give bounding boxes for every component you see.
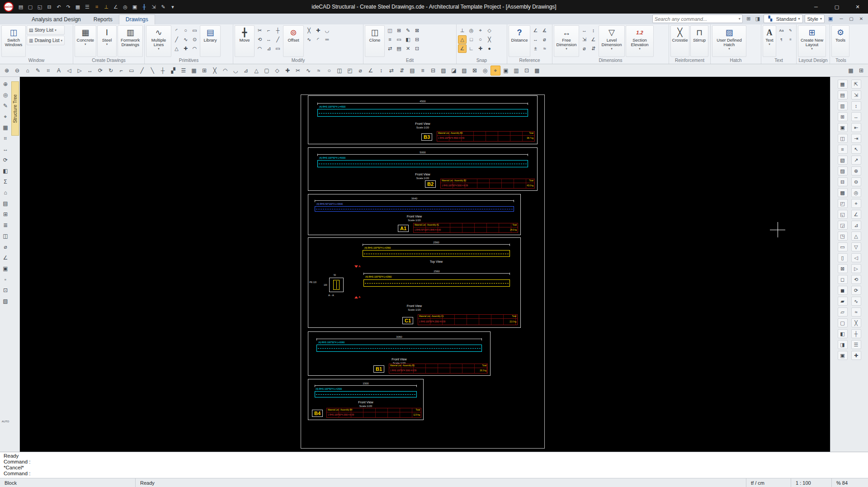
snap-tool-icon[interactable]: ╳: [485, 35, 494, 44]
primitive-tool-icon[interactable]: ✚: [181, 44, 190, 53]
snap-tool-icon[interactable]: ∠: [458, 44, 467, 53]
primitive-tool-icon[interactable]: ∿: [181, 35, 190, 44]
side-tool-icon[interactable]: ⌀: [1, 242, 10, 251]
column-section-box[interactable]: [329, 278, 344, 292]
layout-tool-icon[interactable]: ▱: [838, 307, 848, 317]
status-units[interactable]: tf / cm: [746, 478, 791, 487]
qat-icon[interactable]: ⇲: [149, 2, 158, 11]
edit-tool-icon[interactable]: ⊞: [395, 26, 403, 35]
qat-icon[interactable]: ▾: [168, 2, 177, 11]
toolbar-icon[interactable]: ≡: [418, 66, 428, 76]
edit-tool-icon[interactable]: ▭: [395, 35, 403, 44]
snap-tool-icon[interactable]: ∟: [467, 44, 476, 53]
edit-tool-icon[interactable]: ⊠: [413, 26, 421, 35]
snap-tool-icon[interactable]: ⌖: [476, 26, 485, 35]
toolbar-icon[interactable]: ⊿: [241, 66, 251, 76]
layout-tool-icon[interactable]: ▦: [838, 80, 848, 89]
status-scale[interactable]: 1 : 100: [791, 478, 832, 487]
snap-tool-icon[interactable]: ◇: [485, 26, 494, 35]
toolbar-icon[interactable]: ◰: [345, 66, 355, 76]
layout-tool-icon[interactable]: ◧: [838, 329, 848, 338]
multiple-lines-button[interactable]: ∿ Multiple Lines ▾: [146, 25, 171, 57]
doc-restore-button[interactable]: ▢: [846, 15, 856, 23]
snap-tool-icon[interactable]: ✚: [476, 44, 485, 53]
modify-tool-icon[interactable]: ◜: [314, 35, 322, 44]
qat-icon[interactable]: ↷: [64, 2, 73, 11]
side-tool-icon[interactable]: Σ: [1, 177, 10, 186]
layout-tool-icon[interactable]: ⇲: [851, 90, 861, 99]
edit-tool-icon[interactable]: ⊡: [413, 44, 421, 53]
toolbar-icon[interactable]: ⌀: [355, 66, 365, 76]
command-line-panel[interactable]: ReadyCommand :*Cancel*Command :: [0, 452, 868, 478]
qat-icon[interactable]: ▤: [16, 2, 25, 11]
side-tool-icon[interactable]: ◎: [1, 90, 10, 99]
stirrup-button[interactable]: ⊓ Stirrup: [690, 25, 708, 57]
qat-icon[interactable]: ▦: [73, 2, 82, 11]
toolbar-icon[interactable]: ▞: [168, 66, 178, 76]
toolbar-icon[interactable]: ⌂: [23, 66, 33, 76]
reference-tool-icon[interactable]: ±: [531, 44, 540, 53]
drawing-sheet-c1[interactable]: 2560 (4) RHS 100*50*4 L=2560 Top View A …: [308, 237, 521, 328]
text-button[interactable]: A Text ▾: [763, 25, 776, 57]
text-tool-icon[interactable]: ✎: [786, 26, 795, 35]
toolbar-icon[interactable]: ⌖: [491, 66, 500, 76]
text-tool-icon[interactable]: Aa: [777, 26, 786, 35]
primitive-tool-icon[interactable]: ⊙: [190, 35, 199, 44]
drawing-sheet-b4[interactable]: 1500 (4) RHS 100*50*4 L=1500 Front ViewS…: [308, 379, 424, 420]
toolbar-icon[interactable]: ⊕: [2, 66, 12, 76]
standard-dropdown[interactable]: ▚ Standard ▾: [764, 14, 803, 23]
side-tool-icon[interactable]: ∠: [1, 253, 10, 262]
edit-tool-icon[interactable]: ◧: [404, 35, 412, 44]
layout-view-icon[interactable]: ▣: [826, 15, 835, 23]
layout-tool-icon[interactable]: ◻: [838, 275, 848, 284]
edit-tool-icon[interactable]: ≡: [386, 35, 394, 44]
dimension-tool-icon[interactable]: ⇵: [589, 44, 598, 53]
toolbar-icon[interactable]: ◎: [480, 66, 490, 76]
snap-tool-icon[interactable]: ●: [485, 44, 494, 53]
layout-tool-icon[interactable]: ⇱: [851, 80, 861, 89]
distance-button[interactable]: ? Distance: [509, 25, 530, 57]
qat-icon[interactable]: ✎: [159, 2, 168, 11]
toolbar-icon[interactable]: ↕: [376, 66, 386, 76]
toolbar-icon[interactable]: ╳: [210, 66, 220, 76]
qat-icon[interactable]: ◱: [35, 2, 44, 11]
qat-icon[interactable]: ∠: [111, 2, 120, 11]
layout-tool-icon[interactable]: ▥: [838, 101, 848, 110]
qat-icon[interactable]: ▢: [26, 2, 35, 11]
layout-tool-icon[interactable]: ▰: [838, 297, 848, 306]
steel-beam[interactable]: [317, 109, 528, 117]
side-tool-icon[interactable]: ▣: [1, 264, 10, 273]
layout-tool-icon[interactable]: ☰: [851, 340, 861, 349]
modify-tool-icon[interactable]: ▭: [274, 44, 282, 53]
command-search[interactable]: ▾: [652, 14, 743, 23]
snap-tool-icon[interactable]: △: [458, 35, 467, 44]
toolbar-icon[interactable]: ▥: [511, 66, 521, 76]
toolbar-icon[interactable]: ╲: [147, 66, 157, 76]
layout-tool-icon[interactable]: ≈: [851, 307, 861, 317]
toolbar-icon[interactable]: A: [54, 66, 64, 76]
primitive-tool-icon[interactable]: △: [172, 44, 181, 53]
side-tool-icon[interactable]: ⌖: [1, 112, 10, 121]
toolbar-icon[interactable]: ╱: [137, 66, 147, 76]
toolbar-icon[interactable]: ✎: [33, 66, 43, 76]
layout-tool-icon[interactable]: ⊞: [838, 112, 848, 121]
toolbar-icon[interactable]: ▨: [439, 66, 448, 76]
doc-close-button[interactable]: ✕: [856, 15, 866, 23]
reference-tool-icon[interactable]: ≈: [540, 44, 549, 53]
edit-tool-icon[interactable]: ⊟: [413, 35, 421, 44]
edit-tool-icon[interactable]: ✎: [404, 26, 412, 35]
layout-tool-icon[interactable]: ◫: [838, 134, 848, 143]
user-defined-hatch-button[interactable]: ▨ User Defined Hatch ▾: [712, 25, 746, 57]
toolbar-icon[interactable]: ◁: [64, 66, 74, 76]
modify-tool-icon[interactable]: ═: [323, 35, 331, 44]
primitive-tool-icon[interactable]: ▭: [190, 26, 199, 35]
toolbar-icon[interactable]: ◡: [231, 66, 241, 76]
edit-tool-icon[interactable]: ✕: [404, 44, 412, 53]
dimension-tool-icon[interactable]: ∠: [589, 35, 598, 44]
modify-tool-icon[interactable]: ∿: [305, 35, 313, 44]
reference-tool-icon[interactable]: ∠: [531, 26, 540, 35]
toolbar-icon[interactable]: ▣: [501, 66, 511, 76]
layout-tool-icon[interactable]: ▣: [838, 123, 848, 132]
drawing-sheet-a1[interactable]: 3640 (4) RHS 50*100*3 L=3640 Front ViewS…: [308, 194, 521, 235]
layout-tool-icon[interactable]: ▷: [851, 264, 861, 273]
